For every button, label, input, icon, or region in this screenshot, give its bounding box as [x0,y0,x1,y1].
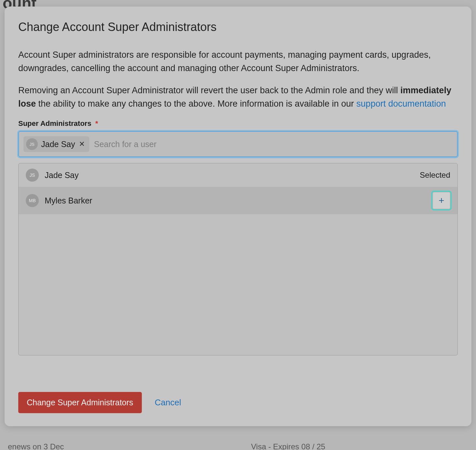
plus-icon: + [439,196,444,205]
user-option[interactable]: JS Jade Say Selected [19,163,457,187]
chip-name: Jade Say [41,140,75,149]
avatar: JS [26,169,39,182]
user-search-input[interactable] [93,139,453,149]
remove-chip-icon[interactable]: ✕ [78,141,85,148]
user-option[interactable]: MB Myles Barker + [19,187,457,214]
modal-description-1: Account Super administrators are respons… [18,48,458,75]
change-super-admins-modal: Change Account Super Administrators Acco… [5,7,471,426]
required-indicator: * [95,119,98,128]
desc-text: the ability to make any changes to the a… [36,99,356,109]
user-dropdown: JS Jade Say Selected MB Myles Barker + [18,163,458,355]
option-name: Myles Barker [45,196,92,205]
bg-text-fragment: enews on 3 Dec [8,442,64,450]
avatar: MB [26,194,39,207]
user-chip: JS Jade Say ✕ [23,136,89,152]
cancel-button[interactable]: Cancel [155,398,181,408]
modal-title: Change Account Super Administrators [18,20,458,34]
modal-footer: Change Super Administrators Cancel [18,392,458,413]
bg-text-fragment: Visa - Expires 08 / 25 [251,442,325,450]
modal-description-2: Removing an Account Super Administrator … [18,84,458,110]
desc-text: Removing an Account Super Administrator … [18,85,400,95]
super-admins-multiselect[interactable]: JS Jade Say ✕ [18,131,458,157]
option-name: Jade Say [45,171,79,180]
option-status: Selected [420,171,450,180]
avatar: JS [26,138,38,150]
submit-button[interactable]: Change Super Administrators [18,392,142,413]
field-label: Super Administrators * [18,119,458,128]
add-user-button[interactable]: + [433,192,450,209]
field-label-text: Super Administrators [18,119,91,128]
support-docs-link[interactable]: support documentation [356,99,446,109]
